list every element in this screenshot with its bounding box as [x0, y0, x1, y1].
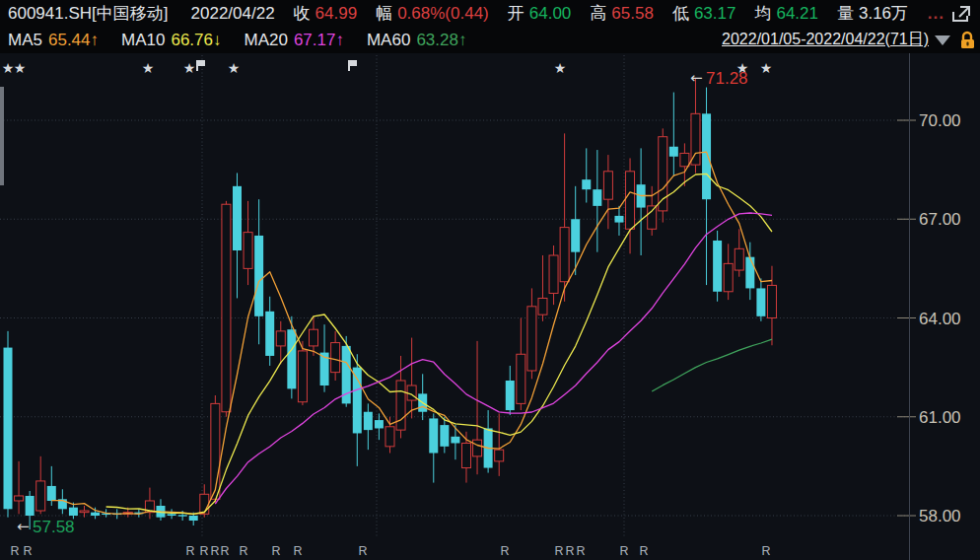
- candlestick-chart[interactable]: 70.0067.0064.0061.0058.00★★★★★★★★RRRRRRR…: [0, 0, 980, 560]
- quote-avg: 均64.21: [754, 2, 818, 25]
- quote-volume: 量3.16万: [837, 2, 908, 25]
- svg-text:★: ★: [142, 60, 155, 76]
- quote-high: 高65.58: [590, 2, 654, 25]
- ma10-indicator: MA1066.76↓: [121, 31, 221, 50]
- svg-text:58.00: 58.00: [919, 507, 961, 525]
- svg-text:R: R: [10, 544, 19, 558]
- svg-text:←: ←: [17, 518, 30, 535]
- svg-text:64.00: 64.00: [919, 310, 961, 328]
- stock-chart-screen: 70.0067.0064.0061.0058.00★★★★★★★★RRRRRRR…: [0, 0, 980, 560]
- quote-date: 2022/04/22: [191, 4, 275, 24]
- svg-text:★: ★: [760, 60, 773, 76]
- svg-text:★: ★: [183, 60, 196, 76]
- svg-text:R: R: [199, 544, 208, 558]
- svg-text:R: R: [220, 544, 229, 558]
- date-range-selector[interactable]: 2022/01/05-2022/04/22(71日): [722, 30, 929, 50]
- ma-header: MA565.44↑ MA1066.76↓ MA2067.17↑ MA6063.2…: [0, 27, 980, 53]
- quote-low: 低63.17: [672, 2, 736, 25]
- quote-close: 收64.99: [294, 2, 358, 25]
- svg-text:R: R: [576, 544, 585, 558]
- symbol-name[interactable]: 600941.SH[中国移动]: [8, 2, 169, 25]
- date-range-group: 2022/01/05-2022/04/22(71日): [722, 30, 976, 50]
- svg-text:70.00: 70.00: [919, 111, 961, 130]
- svg-text:★: ★: [14, 60, 27, 76]
- svg-text:R: R: [271, 544, 280, 558]
- svg-text:R: R: [358, 544, 367, 558]
- svg-text:←: ←: [690, 69, 703, 87]
- svg-text:R: R: [239, 544, 247, 558]
- expand-window-icon[interactable]: [950, 4, 972, 24]
- ma20-indicator: MA2067.17↑: [244, 31, 343, 50]
- more-ellipsis[interactable]: ...: [928, 4, 945, 24]
- quote-open: 开64.00: [508, 2, 572, 25]
- svg-text:61.00: 61.00: [919, 408, 961, 427]
- quote-change: 幅0.68%(0.44): [376, 2, 489, 25]
- svg-text:R: R: [639, 544, 648, 558]
- svg-text:67.00: 67.00: [919, 210, 961, 229]
- svg-text:57.58: 57.58: [33, 518, 75, 536]
- svg-text:R: R: [293, 544, 302, 558]
- svg-text:R: R: [185, 544, 194, 558]
- ma5-indicator: MA565.44↑: [8, 31, 99, 50]
- svg-text:R: R: [500, 544, 509, 558]
- svg-text:R: R: [210, 544, 219, 558]
- svg-text:★: ★: [554, 60, 567, 76]
- svg-text:R: R: [554, 544, 563, 558]
- quote-header: 600941.SH[中国移动] 2022/04/22 收64.99 幅0.68%…: [0, 0, 980, 27]
- svg-text:R: R: [565, 544, 574, 558]
- svg-text:R: R: [761, 544, 770, 558]
- svg-text:R: R: [619, 544, 628, 558]
- chevron-down-icon[interactable]: [935, 35, 950, 45]
- svg-text:R: R: [23, 544, 32, 558]
- svg-text:71.28: 71.28: [706, 69, 748, 88]
- ma60-indicator: MA6063.28↑: [367, 31, 466, 50]
- svg-text:★: ★: [228, 60, 241, 76]
- lock-icon[interactable]: [958, 31, 976, 50]
- svg-text:★: ★: [2, 60, 15, 76]
